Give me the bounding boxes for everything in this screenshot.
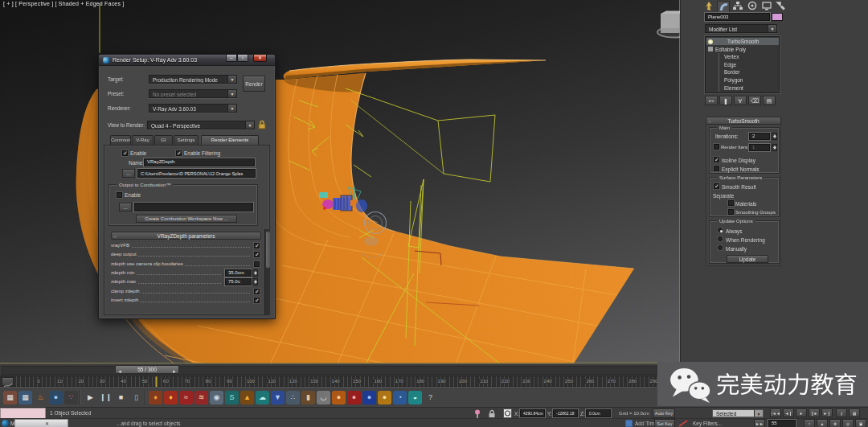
update-button[interactable]: Update — [727, 255, 768, 263]
zdepth-min-field[interactable]: 35.0cm — [225, 269, 252, 277]
motion-tab[interactable] — [746, 1, 759, 12]
maximize-button[interactable]: ▫ — [237, 55, 248, 62]
help-icon[interactable]: ? — [424, 391, 437, 404]
vrayzdepth-parameters-rollout[interactable]: - VRayZDepth parameters — [111, 232, 261, 240]
time-slider-handle[interactable]: ◄ 55 / 300 ► — [115, 365, 179, 374]
key-filters-link[interactable]: Key Filters... — [693, 421, 722, 426]
transform-type-in-icon[interactable] — [503, 409, 512, 418]
zdepth-max-spinner[interactable] — [252, 278, 258, 285]
stack-item-editable-poly[interactable]: Editable Poly — [706, 46, 779, 53]
pause-icon[interactable]: ❙❙ — [99, 391, 113, 404]
auto-key-button[interactable]: Auto Key — [653, 409, 675, 418]
ball-amber-icon[interactable]: ● — [378, 391, 391, 404]
tab-vray[interactable]: V-Ray — [132, 135, 154, 145]
output-path-field[interactable]: C:\Users\Freelance\D PERSONAL\12 Orange … — [137, 169, 256, 178]
teal-s-icon[interactable]: S — [225, 391, 239, 404]
viewcube[interactable] — [657, 11, 680, 38]
ball-red-icon[interactable]: ● — [347, 391, 361, 404]
go-to-end-button[interactable]: ►❙ — [821, 409, 833, 417]
stack-item-polygon[interactable]: Polygon — [706, 76, 779, 84]
tab-settings[interactable]: Settings — [174, 135, 199, 145]
ball-blue-icon[interactable]: ● — [362, 391, 376, 404]
isolate-selection-icon[interactable] — [473, 409, 481, 418]
modifier-list-dropdown[interactable]: Modifier List ▼ — [705, 24, 777, 33]
stack-item-vertex[interactable]: Vertex — [706, 53, 779, 60]
combustion-path-field[interactable] — [134, 203, 253, 211]
fire1-icon[interactable]: ♦ — [149, 391, 162, 404]
combustion-enable-checkbox[interactable]: ✓ — [117, 192, 122, 198]
manually-radio[interactable] — [718, 245, 723, 250]
enable-checkbox[interactable]: ✓ — [122, 150, 128, 156]
vrayVFB-checkbox[interactable]: ✓ — [254, 243, 260, 248]
render-button[interactable]: Render — [243, 76, 265, 92]
stack-item-turbosmooth[interactable]: TurboSmooth — [706, 38, 779, 45]
preset-dropdown[interactable]: No preset selected ▼ — [149, 89, 237, 98]
z-coord-field[interactable]: 0.0cm — [586, 409, 611, 417]
zoom-icon[interactable]: ◎ — [842, 419, 854, 427]
x-coord-field[interactable]: 4290.84cm — [520, 409, 545, 417]
prev-frame-arrow-icon[interactable]: ◄ — [117, 368, 123, 376]
pin-stack-button[interactable]: ⊷ — [705, 96, 718, 105]
new-key-icon[interactable] — [678, 420, 688, 427]
track-bar[interactable]: 0102030405060708090100110120130140150160… — [0, 376, 680, 387]
modifier-stack-list[interactable]: TurboSmoothEditable PolyVertexEdgeBorder… — [705, 36, 780, 93]
render-setup-dialog[interactable]: Render Setup: V-Ray Adv 3.60.03 _ ▫ ✕ Ta… — [98, 54, 276, 319]
next-frame-arrow-icon[interactable]: ► — [171, 368, 178, 376]
flame-small-icon[interactable]: ▲ — [240, 391, 254, 404]
play-icon[interactable]: ▶ — [84, 391, 97, 404]
time-config-button[interactable]: ▦ — [849, 409, 860, 417]
dialog-titlebar[interactable]: Render Setup: V-Ray Adv 3.60.03 _ ▫ ✕ — [99, 55, 275, 66]
particles-icon[interactable]: ∵ — [64, 391, 78, 404]
snap-toggle-icon[interactable]: ▲ — [817, 419, 828, 427]
configure-modifier-sets-button[interactable]: ▤ — [763, 96, 776, 105]
tab-gi[interactable]: GI — [154, 135, 173, 145]
remove-modifier-button[interactable]: ⌫ — [748, 96, 761, 105]
smooth-result-checkbox[interactable]: ✓ — [714, 183, 719, 189]
teal-cup-icon[interactable]: ◒ — [408, 391, 422, 404]
grid-blue-icon[interactable]: ▦ — [18, 391, 32, 404]
render-iters-field[interactable]: 1 — [749, 144, 770, 151]
iterations-spinner[interactable] — [772, 133, 777, 140]
set-key-button[interactable]: Set Key — [654, 419, 675, 427]
create-combustion-workspace-button[interactable]: Create Combustion Workspace Now ... — [136, 215, 237, 223]
render-iters-checkbox[interactable]: ✓ — [714, 144, 719, 150]
drop-icon[interactable]: ▼ — [271, 391, 285, 404]
browse-path-button[interactable]: ... — [122, 169, 135, 178]
taskbar-preview-window[interactable]: ✕ — [14, 419, 68, 427]
dialog-scrollbar[interactable] — [264, 229, 270, 315]
turbosmooth-rollout-header[interactable]: - TurboSmooth — [706, 117, 781, 125]
pan-icon[interactable]: ✥ — [829, 419, 841, 427]
water-sphere-icon[interactable]: ● — [49, 391, 63, 404]
selection-set-dropdown[interactable]: Selected ▼ — [712, 409, 764, 417]
create-tab[interactable] — [702, 1, 715, 12]
selection-lock-icon[interactable] — [488, 409, 496, 418]
mini-curve-editor-button[interactable] — [2, 377, 14, 386]
swirl-icon[interactable]: ◉ — [210, 391, 223, 404]
lock-view-icon[interactable] — [257, 120, 267, 129]
key-step-icon[interactable]: ►► — [754, 419, 765, 427]
play-animation-button[interactable]: ► — [796, 409, 807, 417]
tab-common[interactable]: Common — [110, 135, 131, 145]
foam-icon[interactable]: ∴ — [286, 391, 300, 404]
always-radio[interactable] — [718, 228, 723, 232]
next-frame-button[interactable]: ❙► — [809, 409, 820, 417]
time-slider[interactable]: ◄ 55 / 300 ► — [0, 363, 680, 376]
y-coord-field[interactable]: -12862.18 — [553, 409, 578, 417]
delete-icon[interactable]: ▯ — [129, 391, 143, 404]
clamp-zdepth-checkbox[interactable]: ✓ — [254, 289, 260, 294]
deep-output-checkbox[interactable]: ✓ — [254, 252, 260, 257]
modify-tab[interactable] — [717, 1, 730, 12]
zdepth-use-camera-clip-boudaries-checkbox[interactable]: ✓ — [254, 261, 260, 267]
iterations-field[interactable]: 2 — [749, 133, 770, 140]
go-to-start-button[interactable]: |◄◄ — [770, 409, 781, 417]
object-color-swatch[interactable] — [772, 13, 783, 21]
current-frame-field[interactable]: 55 — [768, 420, 796, 427]
spinner-frame[interactable]: ↕ — [804, 419, 815, 427]
stack-item-edge[interactable]: Edge — [706, 61, 779, 68]
isoline-display-checkbox[interactable]: ✓ — [714, 157, 719, 162]
3dsmax-taskbar-icon[interactable] — [2, 420, 9, 427]
ball-orange-icon[interactable]: ● — [332, 391, 346, 404]
stop-icon[interactable]: ■ — [114, 391, 128, 404]
smoothing-groups-checkbox[interactable]: ✓ — [728, 209, 734, 215]
ribbon2-icon[interactable]: ≋ — [194, 391, 208, 404]
